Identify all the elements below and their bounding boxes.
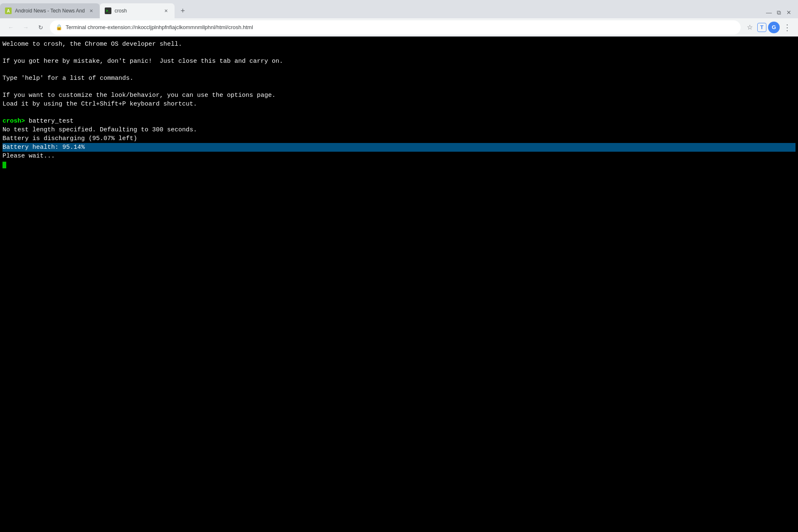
- tab-crosh-close[interactable]: ✕: [163, 7, 170, 14]
- terminal-line-blank-2: [2, 66, 796, 74]
- url-text: Terminal chrome-extension://nkoccljplnhp…: [66, 24, 735, 30]
- star-button[interactable]: ☆: [744, 22, 756, 33]
- tab-android-close[interactable]: ✕: [88, 7, 95, 14]
- terminal-line-blank-3: [2, 83, 796, 91]
- terminal-line-12: Battery is discharging (95.07% left): [2, 134, 796, 143]
- crosh-favicon: >_: [105, 7, 111, 14]
- translate-button[interactable]: T: [757, 23, 766, 32]
- tab-crosh-title: crosh: [115, 8, 160, 14]
- terminal-cursor-line: [2, 160, 796, 169]
- browser-frame: A Android News - Tech News And ✕ >_ cros…: [0, 0, 798, 532]
- terminal-line-7: If you want to customize the look/behavi…: [2, 91, 796, 100]
- terminal-line-5: Type 'help' for a list of commands.: [2, 74, 796, 83]
- forward-button[interactable]: →: [20, 22, 32, 33]
- terminal-window[interactable]: Welcome to crosh, the Chrome OS develope…: [0, 37, 798, 532]
- new-tab-button[interactable]: +: [176, 4, 190, 17]
- tab-bar: A Android News - Tech News And ✕ >_ cros…: [0, 0, 798, 18]
- tab-android-title: Android News - Tech News And: [15, 8, 85, 14]
- terminal-line-blank-4: [2, 108, 796, 117]
- terminal-cursor: [2, 162, 6, 168]
- address-bar-actions: ☆ T G ⋮: [744, 22, 793, 33]
- tab-crosh[interactable]: >_ crosh ✕: [100, 3, 175, 18]
- url-bar[interactable]: 🔒 Terminal chrome-extension://nkoccljpln…: [50, 20, 741, 34]
- maximize-button[interactable]: ⧉: [775, 8, 783, 17]
- terminal-line-wait: Please wait...: [2, 152, 796, 160]
- terminal-line-blank-1: [2, 49, 796, 57]
- terminal-line-health: Battery health: 95.14%: [2, 143, 796, 152]
- address-bar: ← → ↻ 🔒 Terminal chrome-extension://nkoc…: [0, 18, 798, 37]
- terminal-line-3: If you got here by mistake, don't panic!…: [2, 57, 796, 66]
- android-favicon: A: [5, 7, 12, 14]
- terminal-line-11: No test length specified. Defaulting to …: [2, 126, 796, 134]
- reload-button[interactable]: ↻: [35, 22, 47, 33]
- window-controls: — ⧉ ✕: [765, 8, 798, 18]
- minimize-button[interactable]: —: [765, 8, 773, 17]
- close-button[interactable]: ✕: [785, 8, 793, 17]
- battery-health-highlight: Battery health: 95.14%: [2, 143, 796, 152]
- terminal-line-8: Load it by using the Ctrl+Shift+P keyboa…: [2, 100, 796, 108]
- tab-android-news[interactable]: A Android News - Tech News And ✕: [0, 3, 100, 18]
- lock-icon: 🔒: [56, 24, 62, 30]
- back-button[interactable]: ←: [5, 22, 17, 33]
- profile-button[interactable]: G: [768, 22, 780, 33]
- menu-button[interactable]: ⋮: [781, 22, 793, 33]
- terminal-prompt-line: crosh> battery_test: [2, 117, 796, 126]
- prompt-text: crosh>: [2, 118, 25, 125]
- terminal-line-1: Welcome to crosh, the Chrome OS develope…: [2, 40, 796, 49]
